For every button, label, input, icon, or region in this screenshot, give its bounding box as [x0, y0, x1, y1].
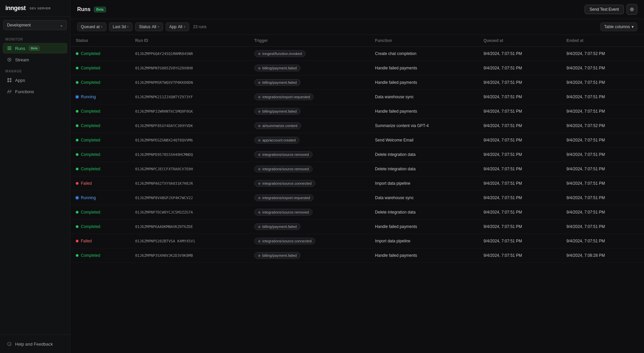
table-header-row: Status Run ID Trigger Function Queued at…: [70, 35, 644, 47]
function-name: Data warehouse sync: [375, 95, 414, 99]
env-selector[interactable]: Development ⌄: [3, 20, 67, 30]
table-row[interactable]: Running 01J6ZMPNPK211ZJXQNTYZ973YF ⊕ int…: [70, 90, 644, 104]
status-filter[interactable]: Status All ▾: [135, 22, 163, 31]
list-icon: [7, 46, 12, 51]
cell-status: Completed: [70, 61, 130, 75]
ended-at-value: 9/4/2024, 7:07:51 PM: [567, 195, 605, 200]
main-content: Runs Beta Send Test Event Queued at ▾ La…: [70, 0, 644, 353]
queued-at-value: 9/4/2024, 7:07:51 PM: [484, 138, 522, 142]
trigger-icon: ⊕: [258, 52, 261, 56]
queued-at-value: 9/4/2024, 7:07:51 PM: [484, 239, 522, 243]
status-text: Completed: [81, 66, 100, 70]
trigger-icon: ⊕: [258, 95, 261, 99]
queued-at-filter[interactable]: Queued at ▾: [77, 22, 106, 31]
cell-ended-at: 9/4/2024, 7:07:52 PM: [561, 119, 644, 133]
trigger-text: integrations/source.connected: [262, 181, 312, 185]
ended-at-value: 9/4/2024, 7:08:28 PM: [567, 253, 605, 258]
queued-at-value: 9/4/2024, 7:07:51 PM: [484, 253, 522, 258]
table-columns-button[interactable]: Table columns ▾: [600, 22, 637, 31]
ended-at-value: 9/4/2024, 7:07:51 PM: [567, 224, 605, 229]
cell-queued-at: 9/4/2024, 7:07:51 PM: [478, 176, 561, 191]
status-text: Completed: [81, 51, 100, 56]
trigger-text: billing/payment.failed: [262, 80, 297, 84]
table-row[interactable]: Completed 01J6ZMPNP3SXH0VJK2D3V9K8MB ⊕ b…: [70, 248, 644, 263]
cell-ended-at: 9/4/2024, 7:07:51 PM: [561, 61, 644, 75]
trigger-badge: ⊕ integrations/source.connected: [254, 180, 315, 187]
status-text: Running: [81, 195, 96, 200]
cell-run-id: 01J6ZMPNPK211ZJXQNTYZ973YF: [130, 90, 249, 104]
cell-status: Running: [70, 191, 130, 205]
sidebar-item-stream[interactable]: Stream: [3, 54, 67, 65]
cell-function: Data warehouse sync: [370, 90, 478, 104]
table-row[interactable]: Completed 01J6ZMPNP7DCW0YCJC5M3ZZG7A ⊕ i…: [70, 205, 644, 220]
cell-function: Handle failed payments: [370, 75, 478, 90]
cell-ended-at: 9/4/2024, 7:07:52 PM: [561, 47, 644, 61]
table-row[interactable]: Completed 01J6ZMPNPCJECCFXTRA0CV7E0H ⊕ i…: [70, 162, 644, 176]
status-text: Failed: [81, 181, 92, 186]
function-name: Delete integration data: [375, 210, 416, 215]
help-icon: ?: [7, 341, 12, 347]
svg-rect-8: [10, 80, 11, 82]
run-id-text: 01J6ZMPNP8V4BGPJXP4K7WCV22: [135, 196, 193, 200]
table-row[interactable]: Completed 01J6ZMPNPJ2WRHNT6CSMQ0F0GK ⊕ b…: [70, 104, 644, 119]
ended-at-value: 9/4/2024, 7:07:51 PM: [567, 210, 605, 215]
cell-trigger: ⊕ billing/payment.failed: [249, 220, 370, 234]
send-test-event-button[interactable]: Send Test Event: [585, 5, 624, 14]
run-id-text: 01J6ZMPNP520ZBTVSA K4MYX5V1: [135, 239, 195, 243]
help-label: Help and Feedback: [15, 342, 53, 347]
table-row[interactable]: Failed 01J6ZMPNPA62TXY9A031K7H8JR ⊕ inte…: [70, 176, 644, 191]
sidebar-item-help[interactable]: ? Help and Feedback: [3, 339, 67, 349]
status-text: Completed: [81, 167, 100, 171]
last-3d-filter[interactable]: Last 3d ▾: [109, 22, 132, 31]
queued-at-value: 9/4/2024, 7:07:51 PM: [484, 95, 522, 99]
function-name: Import data pipeline: [375, 181, 410, 186]
cell-queued-at: 9/4/2024, 7:07:51 PM: [478, 119, 561, 133]
topbar-right: Send Test Event: [585, 4, 637, 15]
sidebar-item-apps[interactable]: Apps: [3, 75, 67, 85]
col-function: Function: [370, 35, 478, 47]
trigger-badge: ⊕ ai/summarize.content: [254, 122, 301, 129]
table-row[interactable]: Completed 01J6ZMPNPEGZGNBX24QT8QVVM6 ⊕ a…: [70, 133, 644, 148]
chevron-down-icon: ▾: [184, 25, 185, 28]
table-row[interactable]: Failed 01J6ZMPNP520ZBTVSA K4MYX5V1 ⊕ int…: [70, 234, 644, 248]
table-row[interactable]: Completed 01J6ZMPNPF85GY4DAYC309YVDK ⊕ a…: [70, 119, 644, 133]
table-row[interactable]: Completed 01J6ZMPNP6AADKMNAVKZ0T6ZDE ⊕ b…: [70, 220, 644, 234]
col-ended-at: Ended at: [561, 35, 644, 47]
logo-text: inngest: [5, 5, 26, 12]
cell-trigger: ⊕ integrations/export.requested: [249, 90, 370, 104]
cell-function: Handle failed payments: [370, 61, 478, 75]
cell-function: Data warehouse sync: [370, 191, 478, 205]
sidebar-item-apps-label: Apps: [15, 78, 25, 83]
table-row[interactable]: Completed 01J6ZMPNPD95785S5H40HCMNDQ ⊕ i…: [70, 148, 644, 162]
cell-run-id: 01J6ZMPNPJ2WRHNT6CSMQ0F0GK: [130, 104, 249, 119]
cell-queued-at: 9/4/2024, 7:07:51 PM: [478, 90, 561, 104]
table-row[interactable]: Completed 01J6ZMPNPNTG085ZV8YGZ0X0H8 ⊕ b…: [70, 61, 644, 75]
cell-run-id: 01J6ZMPNPMSRTWQXVTP0KK00DN: [130, 75, 249, 90]
run-id-text: 01J6ZMPNPD95785S5H40HCMNDQ: [135, 153, 193, 157]
settings-button[interactable]: [627, 4, 637, 15]
dev-server-badge: DEV SERVER: [30, 7, 51, 10]
app-label: App: [169, 24, 176, 29]
status-dot: [76, 81, 78, 84]
svg-rect-0: [7, 47, 11, 47]
table-row[interactable]: Running 01J6ZMPNP8V4BGPJXP4K7WCV22 ⊕ int…: [70, 191, 644, 205]
cell-function: Handle failed payments: [370, 220, 478, 234]
trigger-icon: ⊕: [258, 124, 261, 128]
status-dot: [76, 254, 78, 257]
cell-trigger: ⊕ integrations/source.removed: [249, 162, 370, 176]
trigger-badge: ⊕ inngest/function.invoked: [254, 50, 306, 57]
trigger-text: integrations/source.removed: [262, 210, 309, 214]
function-name: Data warehouse sync: [375, 195, 414, 200]
trigger-badge: ⊕ billing/payment.failed: [254, 65, 301, 71]
table-row[interactable]: Completed 01J6ZMPP6QAY245Q1MAMR84SNR ⊕ i…: [70, 47, 644, 61]
table-row[interactable]: Completed 01J6ZMPNPMSRTWQXVTP0KK00DN ⊕ b…: [70, 75, 644, 90]
app-filter[interactable]: App All ▾: [166, 22, 189, 31]
sidebar-logo: inngest DEV SERVER: [0, 0, 70, 17]
sidebar-item-functions[interactable]: Functions: [3, 86, 67, 97]
cell-ended-at: 9/4/2024, 7:07:51 PM: [561, 90, 644, 104]
svg-rect-1: [7, 48, 11, 49]
ended-at-value: 9/4/2024, 7:07:51 PM: [567, 95, 605, 99]
sidebar-item-runs[interactable]: Runs Beta: [3, 43, 67, 54]
chevron-down-icon: ▾: [632, 24, 634, 29]
function-name: Delete integration data: [375, 152, 416, 157]
